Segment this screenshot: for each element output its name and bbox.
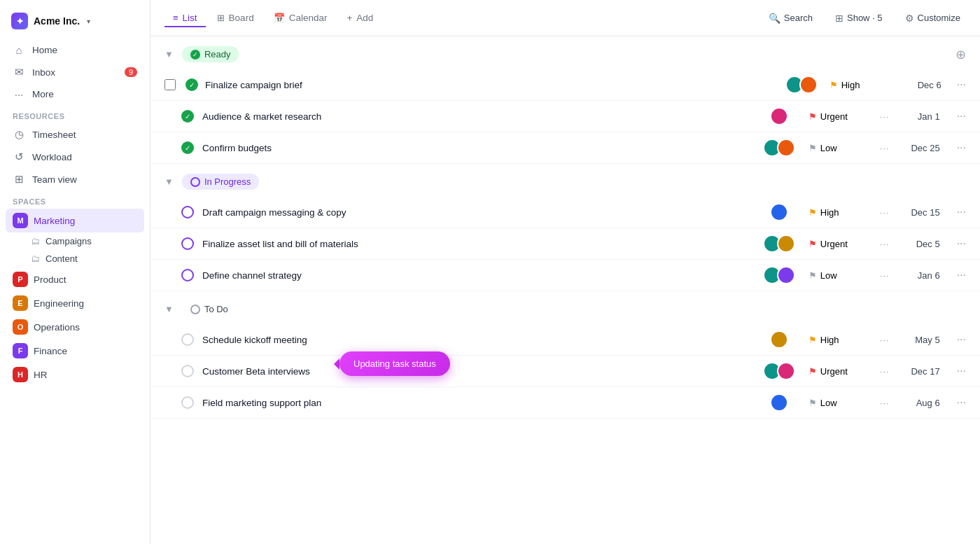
table-row[interactable]: ✓ Audience & market research ⚑ Urgent ··… <box>150 101 980 132</box>
sidebar-item-home[interactable]: ⌂ Home <box>6 39 144 61</box>
sidebar-item-campaigns[interactable]: 🗂 Campaigns <box>6 232 144 250</box>
sidebar-item-label: Operations <box>34 322 80 333</box>
priority-label: Urgent <box>820 366 848 377</box>
task-more-button[interactable]: ··· <box>957 365 966 377</box>
calendar-icon: 📅 <box>274 13 285 23</box>
status-badge-todo[interactable]: To Do <box>182 301 237 317</box>
tab-calendar[interactable]: 📅 Calendar <box>265 8 336 27</box>
group-inprogress: ▼ In Progress Draft campaign messaging &… <box>150 164 980 291</box>
task-date: Jan 1 <box>898 111 940 122</box>
group-ready: ▼ ✓ Ready ⊕ ✓ Finalize campaign brief ⚑ <box>150 36 980 164</box>
status-label-inprogress: In Progress <box>204 176 251 187</box>
group-inprogress-header: ▼ In Progress <box>150 164 980 197</box>
sidebar-item-operations[interactable]: O Operations <box>6 315 144 339</box>
teamview-icon: ⊞ <box>13 173 25 186</box>
task-more-button[interactable]: ··· <box>957 396 966 409</box>
tab-label: Calendar <box>289 13 328 23</box>
sidebar-item-engineering[interactable]: E Engineering <box>6 291 144 315</box>
priority-label: Low <box>820 398 837 408</box>
table-row[interactable]: Field marketing support plan ⚑ Low ··· A… <box>150 387 980 419</box>
task-avatars <box>758 266 800 284</box>
task-date: Dec 5 <box>898 239 940 249</box>
customize-button[interactable]: ⚙ Customize <box>899 9 966 27</box>
sidebar-item-more[interactable]: ··· More <box>6 83 144 105</box>
priority-flag-icon: ⚑ <box>808 335 817 345</box>
avatar <box>777 362 795 380</box>
sidebar-item-label: Campaigns <box>46 236 92 246</box>
collapse-icon[interactable]: ▼ <box>164 49 174 60</box>
show-label: Show · 5 <box>847 13 883 23</box>
dots-icon: ··· <box>880 398 890 408</box>
tab-board[interactable]: ⊞ Board <box>209 8 262 27</box>
collapse-icon[interactable]: ▼ <box>164 176 174 187</box>
table-row[interactable]: ✓ Finalize campaign brief ⚑ High Dec 6 ·… <box>150 69 980 101</box>
logo-icon: ✦ <box>11 13 28 29</box>
sidebar-item-label: Timesheet <box>32 130 76 140</box>
spaces-nav: M Marketing 🗂 Campaigns 🗂 Content P Prod… <box>0 209 150 386</box>
task-avatars <box>780 76 822 94</box>
more-icon: ··· <box>13 88 25 100</box>
task-more-button[interactable]: ··· <box>957 333 966 346</box>
status-badge-ready[interactable]: ✓ Ready <box>182 46 239 62</box>
chevron-down-icon: ▾ <box>87 18 90 25</box>
search-label: Search <box>784 13 813 23</box>
sidebar-item-content[interactable]: 🗂 Content <box>6 250 144 267</box>
company-logo[interactable]: ✦ Acme Inc. ▾ <box>0 8 150 39</box>
task-status-icon-empty <box>181 396 194 409</box>
collapse-icon[interactable]: ▼ <box>164 304 174 314</box>
space-dot-operations: O <box>13 319 28 335</box>
task-more-button[interactable]: ··· <box>957 141 966 154</box>
task-more-button[interactable]: ··· <box>957 206 966 218</box>
priority-flag-icon: ⚑ <box>808 270 817 281</box>
sidebar-item-teamview[interactable]: ⊞ Team view <box>6 168 144 190</box>
space-dot-product: P <box>13 272 28 287</box>
sidebar-item-hr[interactable]: H HR <box>6 363 144 386</box>
add-task-button-ready[interactable]: ⊕ <box>955 47 966 62</box>
show-button[interactable]: ⊞ Show · 5 <box>830 9 888 27</box>
task-name: Audience & market research <box>202 111 750 122</box>
space-dot-finance: F <box>13 343 28 358</box>
sidebar-item-timesheet[interactable]: ◷ Timesheet <box>6 123 144 146</box>
task-more-button[interactable]: ··· <box>957 110 966 123</box>
space-dot-marketing: M <box>13 213 28 228</box>
task-status-icon-empty <box>181 365 194 377</box>
avatar <box>770 393 788 412</box>
task-priority: ⚑ High <box>808 207 872 218</box>
search-button[interactable]: 🔍 Search <box>763 9 818 27</box>
task-priority: ⚑ Urgent <box>808 366 872 377</box>
folder-icon: 🗂 <box>31 253 40 264</box>
priority-flag-icon: ⚑ <box>808 207 817 218</box>
tab-add[interactable]: + Add <box>338 8 382 27</box>
sidebar-item-inbox[interactable]: ✉ Inbox 9 <box>6 61 144 83</box>
sidebar-item-label: Home <box>32 45 57 55</box>
task-avatars <box>758 362 800 380</box>
task-checkbox[interactable] <box>164 79 176 90</box>
table-row[interactable]: Draft campaign messaging & copy ⚑ High ·… <box>150 197 980 228</box>
sidebar-item-marketing[interactable]: M Marketing <box>6 209 144 232</box>
sidebar-item-finance[interactable]: F Finance <box>6 339 144 363</box>
task-name: Finalize asset list and bill of material… <box>202 239 750 249</box>
group-todo-header: ▼ To Do <box>150 291 980 324</box>
avatar <box>777 235 795 253</box>
table-row[interactable]: Schedule kickoff meeting ⚑ High ··· May … <box>150 324 980 356</box>
task-more-button[interactable]: ··· <box>957 269 966 281</box>
priority-label: High <box>820 335 839 345</box>
table-row[interactable]: Customer Beta interviews ⚑ Urgent ··· De… <box>150 356 980 387</box>
main-nav: ⌂ Home ✉ Inbox 9 ··· More <box>0 39 150 105</box>
table-row[interactable]: ✓ Confirm budgets ⚑ Low ··· Dec 25 ··· <box>150 132 980 164</box>
table-row[interactable]: Define channel strategy ⚑ Low ··· Jan 6 … <box>150 260 980 291</box>
sidebar-item-workload[interactable]: ↺ Workload <box>6 146 144 168</box>
sidebar: ✦ Acme Inc. ▾ ⌂ Home ✉ Inbox 9 ··· More … <box>0 0 150 544</box>
table-row[interactable]: Finalize asset list and bill of material… <box>150 228 980 260</box>
sidebar-item-product[interactable]: P Product <box>6 267 144 291</box>
priority-label: High <box>841 80 860 90</box>
inbox-icon: ✉ <box>13 66 25 78</box>
task-more-button[interactable]: ··· <box>957 78 966 91</box>
tab-list[interactable]: ≡ List <box>164 8 206 27</box>
task-more-button[interactable]: ··· <box>957 237 966 250</box>
group-ready-header: ▼ ✓ Ready ⊕ <box>150 36 980 69</box>
task-date: Dec 6 <box>899 80 941 90</box>
task-priority: ⚑ Urgent <box>808 111 872 122</box>
status-badge-inprogress[interactable]: In Progress <box>182 174 259 190</box>
task-status-icon-empty <box>181 333 194 346</box>
